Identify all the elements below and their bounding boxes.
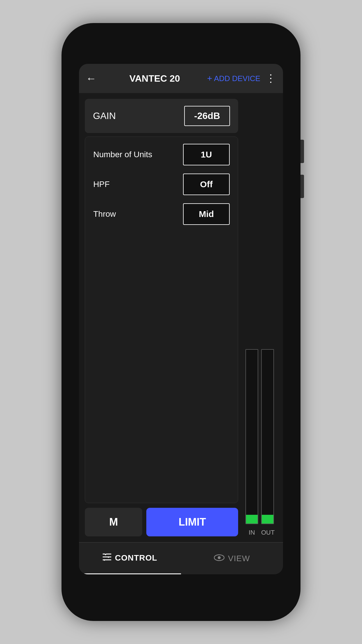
add-device-button[interactable]: + ADD DEVICE [207,74,260,83]
add-icon: + [207,74,212,83]
number-of-units-value[interactable]: 1U [183,144,230,165]
view-icon [214,554,224,564]
throw-value[interactable]: Mid [183,203,230,225]
vu-labels: IN OUT [245,529,274,536]
svg-rect-4 [105,554,106,555]
tab-view[interactable]: VIEW [181,542,283,574]
limit-button[interactable]: LIMIT [146,508,238,536]
throw-label: Throw [93,209,116,219]
vu-meter: IN OUT [242,99,277,536]
tab-control-label: CONTROL [115,553,157,563]
vu-bar-in-fill [246,515,258,524]
gain-label: GAIN [93,111,178,121]
vu-in-label: IN [245,529,258,536]
tab-bar: CONTROL VIEW [79,542,283,574]
controls-row: GAIN -26dB Number of Units 1U HPF [85,99,277,536]
tab-control[interactable]: CONTROL [79,542,181,574]
vu-bar-out [261,349,274,524]
top-bar: ← VANTEC 20 + ADD DEVICE ⋮ [79,64,283,93]
svg-rect-1 [103,556,111,557]
page-title: VANTEC 20 [102,73,207,84]
hpf-label: HPF [93,180,110,189]
number-of-units-label: Number of Units [93,150,152,159]
back-button[interactable]: ← [86,72,96,85]
svg-rect-8 [104,559,105,561]
vu-bars [245,99,274,527]
vu-bar-out-fill [262,515,273,524]
control-icon [103,553,111,563]
gain-value-box[interactable]: -26dB [184,106,230,126]
add-device-label: ADD DEVICE [214,74,260,83]
more-menu-button[interactable]: ⋮ [266,72,276,85]
throw-row: Throw Mid [93,203,230,225]
main-content: GAIN -26dB Number of Units 1U HPF [79,93,283,542]
svg-rect-0 [103,554,111,554]
tab-view-label: VIEW [228,554,250,563]
m-button[interactable]: M [85,508,142,536]
hpf-value[interactable]: Off [183,174,230,195]
controls-panel: GAIN -26dB Number of Units 1U HPF [85,99,238,536]
svg-rect-6 [108,556,109,558]
hpf-row: HPF Off [93,174,230,195]
number-of-units-row: Number of Units 1U [93,144,230,165]
vu-bar-in [245,349,258,524]
gain-card: GAIN -26dB [85,99,238,133]
svg-point-10 [218,556,221,559]
settings-card: Number of Units 1U HPF Off Throw Mid [85,136,238,503]
action-row: M LIMIT [85,508,238,536]
vu-out-label: OUT [261,529,274,536]
